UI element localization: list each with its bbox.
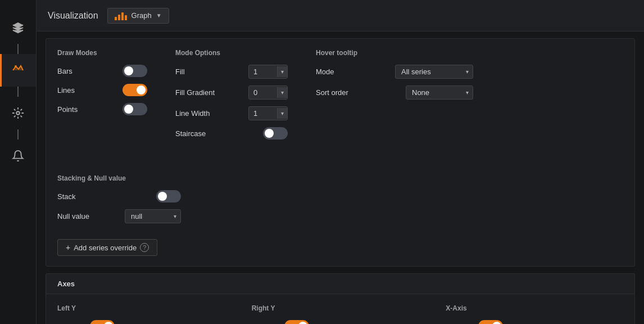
page-title: Visualization <box>48 11 98 21</box>
graph-type-button[interactable]: Graph ▼ <box>107 8 169 24</box>
points-label: Points <box>57 105 102 114</box>
left-y-show-toggle[interactable] <box>90 320 115 324</box>
line-width-input[interactable]: ▾ <box>248 106 288 120</box>
left-y-show-label: Show <box>57 322 85 325</box>
line-width-arrow[interactable]: ▾ <box>277 108 287 119</box>
null-value-row: Null value null connected 0 ▾ <box>57 209 181 223</box>
add-series-button[interactable]: + Add series override ? <box>57 239 157 256</box>
stack-label: Stack <box>57 192 102 201</box>
tooltip-mode-select[interactable]: All series Single Shared crosshair <box>395 65 473 79</box>
x-axis-show-track[interactable] <box>478 320 503 324</box>
x-axis-show-thumb <box>492 322 501 324</box>
lines-toggle[interactable] <box>123 84 147 96</box>
fill-gradient-input[interactable]: ▾ <box>248 86 288 100</box>
staircase-label: Staircase <box>175 129 220 138</box>
sidebar-item-settings[interactable] <box>0 97 36 129</box>
fill-label: Fill <box>175 68 220 76</box>
points-row: Points <box>57 103 147 115</box>
graph-icon <box>10 62 26 78</box>
fill-arrow[interactable]: ▾ <box>277 66 287 77</box>
null-value-select[interactable]: null connected 0 <box>125 209 181 223</box>
x-axis-show-label: Show <box>446 322 474 325</box>
tooltip-mode-row: Mode All series Single Shared crosshair … <box>316 65 473 79</box>
plus-icon: + <box>66 243 70 252</box>
left-y-show-thumb <box>104 322 113 324</box>
bars-toggle-track[interactable] <box>123 65 147 77</box>
bars-label: Bars <box>57 67 102 75</box>
draw-modes-panel: Draw Modes Bars Lines <box>46 38 635 267</box>
fill-gradient-row: Fill Gradient ▾ <box>175 86 288 100</box>
svg-point-0 <box>15 65 17 68</box>
mode-options-section: Mode Options Fill ▾ Fill Gradient ▾ <box>175 49 288 146</box>
sidebar-connector <box>17 87 19 97</box>
sort-order-select[interactable]: None Increasing Decreasing <box>406 86 473 100</box>
sidebar-item-layers[interactable] <box>0 11 36 44</box>
stack-toggle-track[interactable] <box>156 190 181 202</box>
bars-row: Bars <box>57 65 147 77</box>
draw-modes-title: Draw Modes <box>57 49 147 57</box>
axes-panel-header: Axes <box>46 273 635 294</box>
stack-row: Stack <box>57 190 181 202</box>
sort-order-label: Sort order <box>316 88 361 97</box>
right-y-show-label: Show <box>252 322 280 325</box>
scroll-area[interactable]: Draw Modes Bars Lines <box>37 32 644 324</box>
right-y-show-track[interactable] <box>284 320 309 324</box>
bars-toggle[interactable] <box>123 65 147 77</box>
staircase-row: Staircase <box>175 127 288 140</box>
bell-icon <box>10 148 26 164</box>
settings-icon <box>10 105 26 121</box>
staircase-toggle[interactable] <box>263 127 288 140</box>
axes-grid: Left Y Show Unit short <box>57 304 623 324</box>
sidebar-item-graph[interactable] <box>0 54 36 87</box>
line-width-row: Line Width ▾ <box>175 106 288 120</box>
layers-icon <box>10 20 26 35</box>
fill-row: Fill ▾ <box>175 65 288 79</box>
stack-toggle[interactable] <box>156 190 181 202</box>
fill-input[interactable]: ▾ <box>248 65 288 79</box>
right-y-show-toggle[interactable] <box>284 320 309 324</box>
null-value-label: Null value <box>57 212 102 220</box>
fill-gradient-arrow[interactable]: ▾ <box>277 87 287 98</box>
points-toggle-thumb <box>124 105 133 114</box>
x-axis-show-row: Show <box>446 320 623 324</box>
stacking-title: Stacking & Null value <box>57 174 181 182</box>
sidebar <box>0 0 37 324</box>
staircase-toggle-thumb <box>265 129 274 138</box>
left-y-show-row: Show <box>57 320 235 324</box>
left-y-show-track[interactable] <box>90 320 115 324</box>
staircase-toggle-track[interactable] <box>263 127 288 140</box>
lines-label: Lines <box>57 86 102 94</box>
chevron-down-icon: ▼ <box>156 12 162 19</box>
axes-title: Axes <box>57 280 75 288</box>
lines-toggle-track[interactable] <box>123 84 147 96</box>
svg-point-1 <box>16 111 20 115</box>
tooltip-mode-select-wrap: All series Single Shared crosshair ▾ <box>395 65 473 79</box>
fill-value-input[interactable] <box>249 65 277 78</box>
right-y-column: Right Y Show Unit short <box>252 304 429 324</box>
hover-tooltip-section: Hover tooltip Mode All series Single Sha… <box>316 49 473 146</box>
points-toggle[interactable] <box>123 103 147 115</box>
sidebar-item-alerts[interactable] <box>0 140 36 172</box>
header: Visualization Graph ▼ <box>37 0 644 32</box>
mode-options-title: Mode Options <box>175 49 288 57</box>
right-y-show-thumb <box>298 322 307 324</box>
graph-label: Graph <box>131 11 152 20</box>
stack-toggle-thumb <box>158 192 167 201</box>
null-value-select-wrap: null connected 0 ▾ <box>125 209 181 223</box>
help-icon[interactable]: ? <box>140 243 149 252</box>
line-width-value-input[interactable] <box>249 107 277 120</box>
bars-toggle-thumb <box>124 66 133 75</box>
fill-gradient-value-input[interactable] <box>249 86 277 99</box>
points-toggle-track[interactable] <box>123 103 147 115</box>
tooltip-mode-label: Mode <box>316 68 361 76</box>
sort-order-row: Sort order None Increasing Decreasing ▾ <box>316 86 473 100</box>
fill-gradient-label: Fill Gradient <box>175 88 220 97</box>
axes-panel-body: Left Y Show Unit short <box>46 294 635 324</box>
x-axis-title: X-Axis <box>446 304 623 312</box>
lines-row: Lines <box>57 84 147 96</box>
right-y-show-row: Show <box>252 320 429 324</box>
x-axis-show-toggle[interactable] <box>478 320 503 324</box>
hover-tooltip-title: Hover tooltip <box>316 49 473 57</box>
x-axis-column: X-Axis Show Mode Time <box>446 304 623 324</box>
right-y-title: Right Y <box>252 304 429 312</box>
